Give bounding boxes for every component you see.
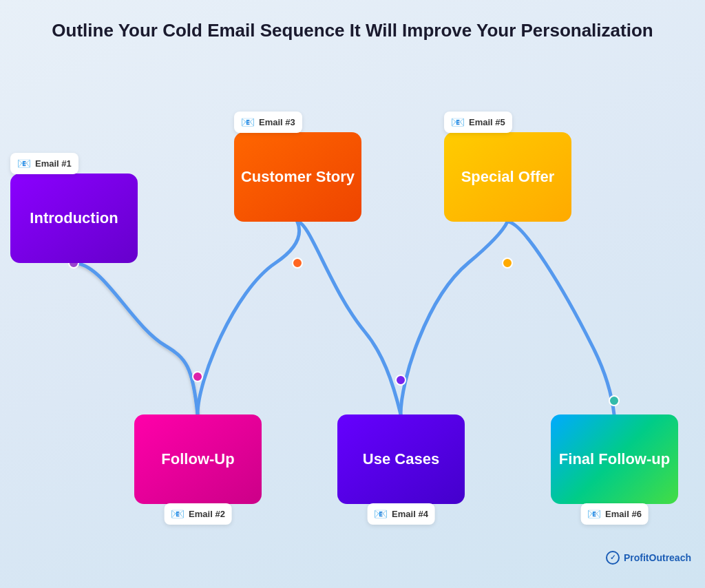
page-title: Outline Your Cold Email Sequence It Will… bbox=[0, 0, 705, 43]
email2-icon: 📧 bbox=[171, 507, 185, 521]
email6-label: 📧 Email #6 bbox=[580, 503, 649, 525]
branding-name: ProfitOutreach bbox=[624, 552, 691, 563]
email3-label: 📧 Email #3 bbox=[234, 112, 302, 133]
svg-point-7 bbox=[193, 372, 202, 381]
email3-icon: 📧 bbox=[241, 116, 255, 129]
svg-point-10 bbox=[503, 258, 512, 268]
email-card-3: 📧 Email #3 Customer Story bbox=[234, 132, 361, 222]
email6-body: Final Follow-up bbox=[551, 414, 678, 504]
branding-icon: ✓ bbox=[606, 551, 620, 565]
svg-point-11 bbox=[609, 396, 619, 406]
email1-label: 📧 Email #1 bbox=[10, 153, 78, 174]
email6-icon: 📧 bbox=[587, 507, 601, 521]
email-card-1: 📧 Email #1 Introduction bbox=[10, 174, 138, 263]
email1-body: Introduction bbox=[10, 174, 138, 263]
diagram-area: 📧 Email #1 Introduction Follow-Up 📧 Emai… bbox=[0, 50, 705, 573]
email-card-2: Follow-Up 📧 Email #2 bbox=[134, 414, 262, 504]
email2-label: 📧 Email #2 bbox=[164, 503, 232, 525]
email3-body: Customer Story bbox=[234, 132, 361, 222]
email4-icon: 📧 bbox=[374, 507, 388, 521]
email2-body: Follow-Up bbox=[134, 414, 262, 504]
email4-body: Use Cases bbox=[337, 414, 465, 504]
email5-icon: 📧 bbox=[451, 116, 465, 129]
email-card-4: Use Cases 📧 Email #4 bbox=[337, 414, 465, 504]
svg-point-9 bbox=[396, 375, 406, 385]
email5-label: 📧 Email #5 bbox=[444, 112, 512, 133]
branding: ✓ ProfitOutreach bbox=[606, 551, 691, 565]
svg-point-8 bbox=[293, 258, 302, 268]
email1-icon: 📧 bbox=[17, 157, 31, 170]
email-card-5: 📧 Email #5 Special Offer bbox=[444, 132, 571, 222]
email5-body: Special Offer bbox=[444, 132, 571, 222]
email4-label: 📧 Email #4 bbox=[367, 503, 435, 525]
email-card-6: Final Follow-up 📧 Email #6 bbox=[551, 414, 678, 504]
